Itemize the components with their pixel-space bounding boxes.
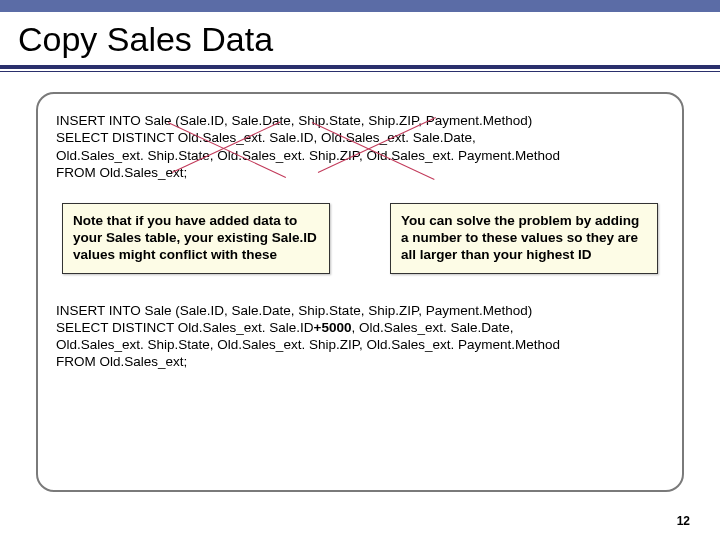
notes-row: Note that if you have added data to your… bbox=[62, 203, 658, 274]
sql-bottom-line2: SELECT DISTINCT Old.Sales_ext. Sale.ID+5… bbox=[56, 319, 664, 336]
sql-top-line4: FROM Old.Sales_ext; bbox=[56, 164, 664, 181]
sql-bottom-line2-bold: +5000 bbox=[314, 320, 352, 335]
title-rule-thin bbox=[0, 71, 720, 72]
sql-block-bottom: INSERT INTO Sale (Sale.ID, Sale.Date, Sh… bbox=[56, 302, 664, 371]
sql-bottom-line1: INSERT INTO Sale (Sale.ID, Sale.Date, Sh… bbox=[56, 302, 664, 319]
content-frame: INSERT INTO Sale (Sale.ID, Sale.Date, Sh… bbox=[36, 92, 684, 492]
sql-bottom-line2-pre: SELECT DISTINCT Old.Sales_ext. Sale.ID bbox=[56, 320, 314, 335]
sql-top-line1: INSERT INTO Sale (Sale.ID, Sale.Date, Sh… bbox=[56, 112, 664, 129]
note-right: You can solve the problem by adding a nu… bbox=[390, 203, 658, 274]
sql-block-top: INSERT INTO Sale (Sale.ID, Sale.Date, Sh… bbox=[56, 112, 664, 181]
sql-bottom-line4: FROM Old.Sales_ext; bbox=[56, 353, 664, 370]
sql-bottom-line2-post: , Old.Sales_ext. Sale.Date, bbox=[352, 320, 514, 335]
slide-top-bar bbox=[0, 0, 720, 12]
page-number: 12 bbox=[677, 514, 690, 528]
slide-title: Copy Sales Data bbox=[18, 20, 720, 59]
note-left: Note that if you have added data to your… bbox=[62, 203, 330, 274]
title-rule-thick bbox=[0, 65, 720, 69]
sql-bottom-line3: Old.Sales_ext. Ship.State, Old.Sales_ext… bbox=[56, 336, 664, 353]
sql-top-line3: Old.Sales_ext. Ship.State, Old.Sales_ext… bbox=[56, 147, 664, 164]
